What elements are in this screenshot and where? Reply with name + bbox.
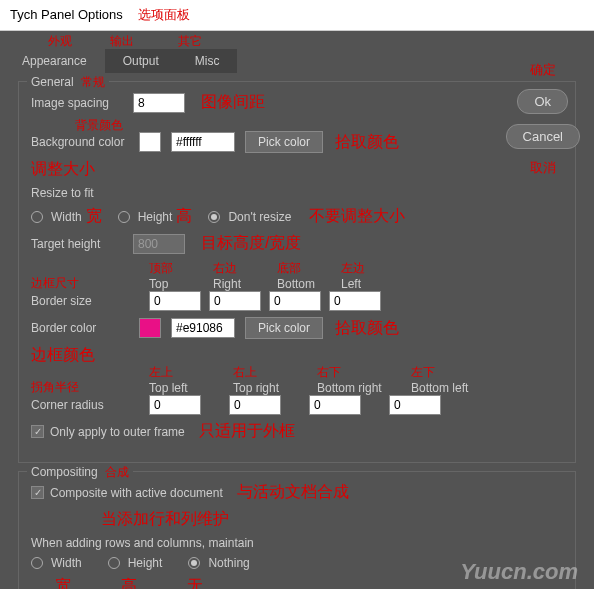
width-lbl: Width xyxy=(51,210,82,224)
tab-output-cn: 输出 xyxy=(110,33,134,50)
hdr-bl-cn: 左下 xyxy=(411,364,475,381)
maintain-width: Width xyxy=(51,556,82,570)
bg-pick-color-button[interactable]: Pick color xyxy=(245,131,323,153)
hdr-br: Bottom right xyxy=(317,381,391,395)
general-legend-en: General xyxy=(31,75,74,89)
hdr-left-cn: 左边 xyxy=(341,260,397,277)
window-title-cn: 选项面板 xyxy=(138,7,190,22)
hdr-tl: Top left xyxy=(149,381,213,395)
corner-bl-input[interactable] xyxy=(389,395,441,415)
border-hex-input[interactable] xyxy=(171,318,235,338)
hdr-right-cn: 右边 xyxy=(213,260,269,277)
dont-resize-lbl: Don't resize xyxy=(228,210,291,224)
radio-maintain-width[interactable] xyxy=(31,557,43,569)
cancel-cn: 取消 xyxy=(530,159,556,177)
hdr-tl-cn: 左上 xyxy=(149,364,213,381)
bg-pick-cn: 拾取颜色 xyxy=(335,132,399,153)
hdr-bottom: Bottom xyxy=(277,277,333,291)
border-pick-color-button[interactable]: Pick color xyxy=(245,317,323,339)
ok-cn: 确定 xyxy=(530,61,556,79)
resize-lbl: Resize to fit xyxy=(31,186,94,200)
image-spacing-cn: 图像间距 xyxy=(201,92,265,113)
border-color-cn: 边框颜色 xyxy=(31,345,95,366)
corner-cn: 拐角半径 xyxy=(31,379,79,396)
tab-misc[interactable]: Misc xyxy=(177,49,238,73)
image-spacing-input[interactable] xyxy=(133,93,185,113)
dont-resize-cn: 不要调整大小 xyxy=(309,206,405,227)
content: General 常规 Image spacing 图像间距 背景颜色 Backg… xyxy=(4,73,590,589)
radio-height[interactable] xyxy=(118,211,130,223)
resize-cn: 调整大小 xyxy=(31,159,95,180)
general-fieldset: General 常规 Image spacing 图像间距 背景颜色 Backg… xyxy=(18,81,576,463)
general-legend-cn: 常规 xyxy=(81,75,105,89)
bg-label: Background color xyxy=(31,135,139,149)
border-pick-cn: 拾取颜色 xyxy=(335,318,399,339)
target-cn: 目标高度/宽度 xyxy=(201,233,301,254)
composite-cn: 与活动文档合成 xyxy=(237,482,349,503)
corner-br-input[interactable] xyxy=(309,395,361,415)
main-panel: 外观 输出 其它 Appearance Output Misc General … xyxy=(0,31,594,589)
tabs: Appearance Output Misc xyxy=(4,49,590,73)
hdr-br-cn: 右下 xyxy=(317,364,391,381)
tab-output[interactable]: Output xyxy=(105,49,177,73)
composite-lbl: Composite with active document xyxy=(50,486,223,500)
compositing-legend: Compositing 合成 xyxy=(27,464,133,481)
window-title: Tych Panel Options xyxy=(10,7,123,22)
cancel-button[interactable]: Cancel xyxy=(506,124,580,149)
maintain-height-cn: 高 xyxy=(121,576,137,589)
compositing-legend-cn: 合成 xyxy=(105,465,129,479)
corner-tl-input[interactable] xyxy=(149,395,201,415)
hdr-tr: Top right xyxy=(233,381,297,395)
target-input xyxy=(133,234,185,254)
radio-maintain-height[interactable] xyxy=(108,557,120,569)
maintain-height: Height xyxy=(128,556,163,570)
outer-frame-cn: 只适用于外框 xyxy=(199,421,295,442)
border-size-lbl: Border size xyxy=(31,294,139,308)
height-lbl: Height xyxy=(138,210,173,224)
border-bottom-input[interactable] xyxy=(269,291,321,311)
outer-frame-checkbox[interactable]: ✓ xyxy=(31,425,44,438)
border-left-input[interactable] xyxy=(329,291,381,311)
maintain-lbl: When adding rows and columns, maintain xyxy=(31,536,254,550)
border-swatch[interactable] xyxy=(139,318,161,338)
border-color-lbl: Border color xyxy=(31,321,139,335)
ok-button[interactable]: Ok xyxy=(517,89,568,114)
target-lbl: Target height xyxy=(31,237,133,251)
hdr-tr-cn: 右上 xyxy=(233,364,297,381)
corner-tr-input[interactable] xyxy=(229,395,281,415)
radio-width[interactable] xyxy=(31,211,43,223)
hdr-top-cn: 顶部 xyxy=(149,260,205,277)
maintain-cn: 当添加行和列维护 xyxy=(101,509,229,530)
radio-maintain-nothing[interactable] xyxy=(188,557,200,569)
hdr-left: Left xyxy=(341,277,397,291)
radio-dont-resize[interactable] xyxy=(208,211,220,223)
bg-hex-input[interactable] xyxy=(171,132,235,152)
watermark: Yuucn.com xyxy=(460,559,578,585)
border-top-input[interactable] xyxy=(149,291,201,311)
tab-appearance[interactable]: Appearance xyxy=(4,49,105,73)
maintain-width-cn: 宽 xyxy=(55,576,71,589)
composite-checkbox[interactable]: ✓ xyxy=(31,486,44,499)
maintain-nothing: Nothing xyxy=(208,556,249,570)
compositing-legend-en: Compositing xyxy=(31,465,98,479)
border-right-input[interactable] xyxy=(209,291,261,311)
bg-swatch[interactable] xyxy=(139,132,161,152)
corner-lbl: Corner radius xyxy=(31,398,139,412)
hdr-bottom-cn: 底部 xyxy=(277,260,333,277)
hdr-right: Right xyxy=(213,277,269,291)
hdr-bl: Bottom left xyxy=(411,381,475,395)
border-size-cn: 边框尺寸 xyxy=(31,275,79,292)
right-buttons: 确定 Ok Cancel 取消 xyxy=(506,61,580,177)
tab-misc-cn: 其它 xyxy=(178,33,202,50)
general-legend: General 常规 xyxy=(27,74,109,91)
tab-appearance-cn: 外观 xyxy=(48,33,72,50)
titlebar: Tych Panel Options 选项面板 xyxy=(0,0,594,31)
outer-frame-lbl: Only apply to outer frame xyxy=(50,425,185,439)
hdr-top: Top xyxy=(149,277,205,291)
width-cn: 宽 xyxy=(86,206,102,227)
height-cn: 高 xyxy=(176,206,192,227)
maintain-nothing-cn: 无 xyxy=(187,576,203,589)
image-spacing-label: Image spacing xyxy=(31,96,133,110)
